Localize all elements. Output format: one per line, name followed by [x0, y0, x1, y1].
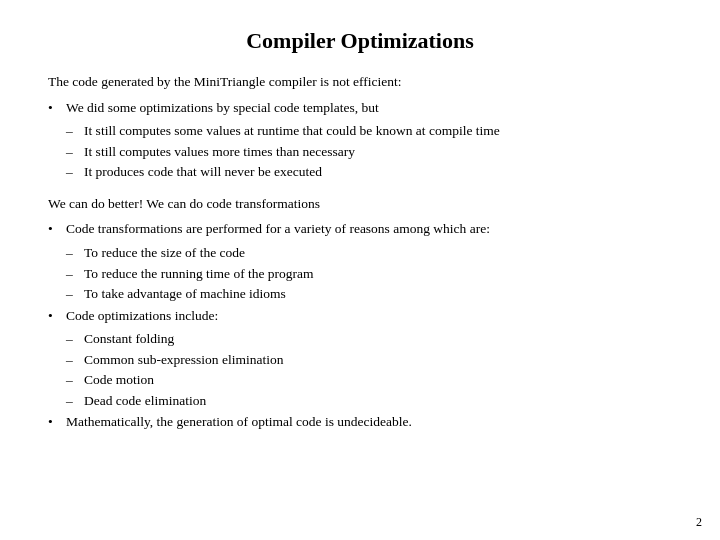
sub-item-3-1: – Constant folding [66, 329, 672, 349]
sub-text-3-4: Dead code elimination [84, 391, 672, 411]
sub-text-1-1: It still computes some values at runtime… [84, 121, 672, 141]
sub-item-2-3: – To take advantage of machine idioms [66, 284, 672, 304]
sub-dash-1-3: – [66, 162, 84, 182]
bullet-dot-3: • [48, 306, 66, 326]
sub-item-1-3: – It produces code that will never be ex… [66, 162, 672, 182]
slide-body: The code generated by the MiniTriangle c… [48, 72, 672, 432]
sub-dash-3-3: – [66, 370, 84, 390]
bullet-dot-4: • [48, 412, 66, 432]
sub-list-3: – Constant folding – Common sub-expressi… [66, 329, 672, 410]
sub-item-1-2: – It still computes values more times th… [66, 142, 672, 162]
bullet-dot-2: • [48, 219, 66, 239]
bullet-text-3: Code optimizations include: [66, 306, 672, 326]
sub-text-1-2: It still computes values more times than… [84, 142, 672, 162]
sub-item-2-2: – To reduce the running time of the prog… [66, 264, 672, 284]
sub-item-2-1: – To reduce the size of the code [66, 243, 672, 263]
bullet-item-3: • Code optimizations include: [48, 306, 672, 326]
sub-item-1-1: – It still computes some values at runti… [66, 121, 672, 141]
sub-item-3-4: – Dead code elimination [66, 391, 672, 411]
bullet-dot-1: • [48, 98, 66, 118]
sub-text-3-2: Common sub-expression elimination [84, 350, 672, 370]
page-number: 2 [696, 515, 702, 530]
intro-paragraph: The code generated by the MiniTriangle c… [48, 72, 672, 92]
bullet-text-1: We did some optimizations by special cod… [66, 98, 672, 118]
sub-dash-3-4: – [66, 391, 84, 411]
sub-dash-3-2: – [66, 350, 84, 370]
bullet-text-2: Code transformations are performed for a… [66, 219, 672, 239]
section2-paragraph: We can do better! We can do code transfo… [48, 194, 672, 214]
sub-text-2-1: To reduce the size of the code [84, 243, 672, 263]
sub-dash-2-1: – [66, 243, 84, 263]
sub-dash-1-2: – [66, 142, 84, 162]
slide-container: Compiler Optimizations The code generate… [0, 0, 720, 540]
sub-text-2-2: To reduce the running time of the progra… [84, 264, 672, 284]
bullet-item-1: • We did some optimizations by special c… [48, 98, 672, 118]
bullet-text-4: Mathematically, the generation of optima… [66, 412, 672, 432]
sub-text-1-3: It produces code that will never be exec… [84, 162, 672, 182]
sub-dash-2-3: – [66, 284, 84, 304]
sub-item-3-2: – Common sub-expression elimination [66, 350, 672, 370]
sub-list-1: – It still computes some values at runti… [66, 121, 672, 182]
bullet-list-1: • We did some optimizations by special c… [48, 98, 672, 182]
sub-text-3-1: Constant folding [84, 329, 672, 349]
sub-item-3-3: – Code motion [66, 370, 672, 390]
bullet-list-2: • Code transformations are performed for… [48, 219, 672, 432]
sub-dash-2-2: – [66, 264, 84, 284]
sub-list-2: – To reduce the size of the code – To re… [66, 243, 672, 304]
sub-text-2-3: To take advantage of machine idioms [84, 284, 672, 304]
slide-title: Compiler Optimizations [48, 28, 672, 54]
bullet-item-4: • Mathematically, the generation of opti… [48, 412, 672, 432]
sub-dash-1-1: – [66, 121, 84, 141]
bullet-item-2: • Code transformations are performed for… [48, 219, 672, 239]
sub-dash-3-1: – [66, 329, 84, 349]
sub-text-3-3: Code motion [84, 370, 672, 390]
